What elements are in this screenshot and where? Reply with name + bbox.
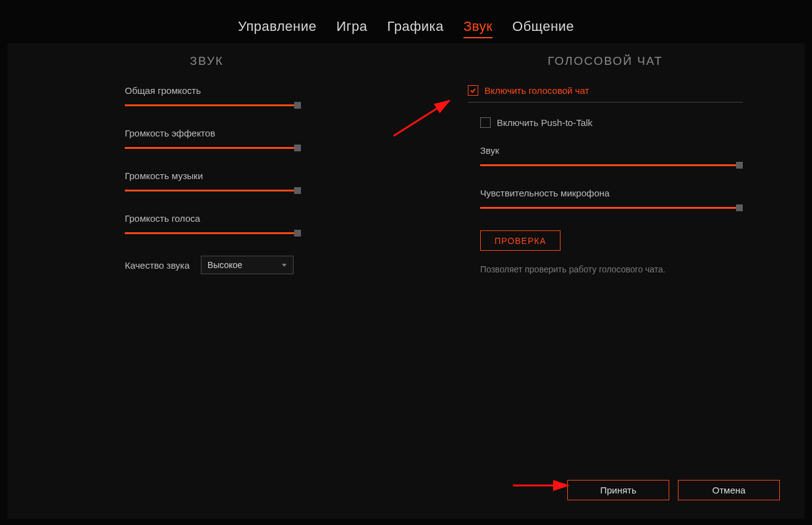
accept-button[interactable]: Принять <box>567 480 669 500</box>
slider-effects-volume: Громкость эффектов <box>32 128 381 152</box>
voice-volume-slider[interactable] <box>125 230 301 237</box>
voice-test-button[interactable]: ПРОВЕРКА <box>480 230 560 251</box>
sound-quality-value: Высокое <box>208 260 242 270</box>
slider-label: Громкость музыки <box>125 170 301 181</box>
tab-communication[interactable]: Общение <box>512 19 574 38</box>
tab-graphics[interactable]: Графика <box>387 19 444 38</box>
settings-tabs: Управление Игра Графика Звук Общение <box>0 0 812 46</box>
voice-chat-column: ГОЛОСОВОЙ ЧАТ Включить голосовой чат Вкл… <box>406 54 805 274</box>
slider-overall-volume: Общая громкость <box>32 85 381 109</box>
settings-panel: ЗВУК Общая громкость Громкость эффектов … <box>7 43 805 519</box>
sound-quality-dropdown[interactable]: Высокое <box>201 256 294 274</box>
sound-quality-label: Качество звука <box>125 260 190 271</box>
voice-test-description: Позволяет проверить работу голосового ча… <box>480 264 780 274</box>
slider-mic-sensitivity: Чувствительность микрофона <box>431 188 780 212</box>
push-to-talk-label: Включить Push-to-Talk <box>497 117 593 128</box>
enable-voice-chat-label: Включить голосовой чат <box>484 85 589 96</box>
overall-volume-slider[interactable] <box>125 102 301 109</box>
checkbox-icon <box>468 85 478 96</box>
annotation-arrow-icon <box>511 479 573 492</box>
tab-controls[interactable]: Управление <box>238 19 316 38</box>
divider <box>468 102 743 103</box>
slider-voice-volume: Громкость голоса <box>32 213 381 237</box>
slider-label: Чувствительность микрофона <box>480 188 743 198</box>
music-volume-slider[interactable] <box>125 187 301 195</box>
slider-label: Громкость голоса <box>125 213 301 224</box>
footer-buttons: Принять Отмена <box>567 480 780 500</box>
tab-game[interactable]: Игра <box>336 19 367 38</box>
slider-label: Звук <box>480 145 743 156</box>
sound-section-title: ЗВУК <box>32 54 381 68</box>
push-to-talk-checkbox[interactable]: Включить Push-to-Talk <box>480 117 743 128</box>
tab-sound[interactable]: Звук <box>463 19 493 38</box>
voice-chat-section-title: ГОЛОСОВОЙ ЧАТ <box>431 54 780 68</box>
chevron-down-icon <box>282 264 287 267</box>
mic-sensitivity-slider[interactable] <box>480 204 743 212</box>
sound-column: ЗВУК Общая громкость Громкость эффектов … <box>7 54 406 274</box>
voice-sound-slider[interactable] <box>480 162 743 169</box>
slider-voice-sound: Звук <box>431 145 780 169</box>
slider-label: Громкость эффектов <box>125 128 301 138</box>
enable-voice-chat-checkbox[interactable]: Включить голосовой чат <box>468 85 743 96</box>
slider-music-volume: Громкость музыки <box>32 170 381 195</box>
sound-quality-row: Качество звука Высокое <box>32 256 381 274</box>
slider-label: Общая громкость <box>125 85 301 96</box>
checkbox-icon <box>480 117 491 128</box>
effects-volume-slider[interactable] <box>125 145 301 152</box>
cancel-button[interactable]: Отмена <box>678 480 780 500</box>
